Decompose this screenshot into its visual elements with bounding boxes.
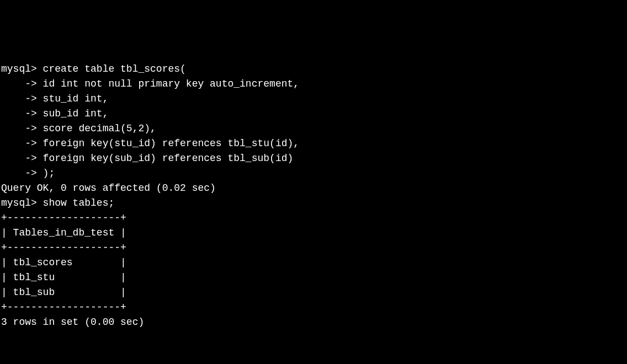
terminal-line: | Tables_in_db_test | [1,226,626,240]
terminal-line: -> foreign key(sub_id) references tbl_su… [1,151,626,166]
terminal-line: -> stu_id int, [1,92,626,106]
terminal-line: -> id int not null primary key auto_incr… [1,77,626,92]
terminal-line: Query OK, 0 rows affected (0.02 sec) [1,181,626,196]
terminal-line: | tbl_sub | [1,285,626,300]
terminal-line: mysql> create table tbl_scores( [1,62,626,77]
terminal-line: -> sub_id int, [1,106,626,121]
terminal-line: 3 rows in set (0.00 sec) [1,315,626,330]
terminal-line: | tbl_stu | [1,270,626,285]
terminal-line: | tbl_scores | [1,255,626,270]
terminal-output[interactable]: mysql> create table tbl_scores( -> id in… [1,62,626,330]
terminal-line: -> score decimal(5,2), [1,121,626,136]
terminal-line: +-------------------+ [1,240,626,255]
terminal-line: -> ); [1,166,626,181]
terminal-line: mysql> show tables; [1,196,626,211]
terminal-line: +-------------------+ [1,300,626,315]
terminal-line: -> foreign key(stu_id) references tbl_st… [1,136,626,151]
terminal-line: +-------------------+ [1,211,626,226]
